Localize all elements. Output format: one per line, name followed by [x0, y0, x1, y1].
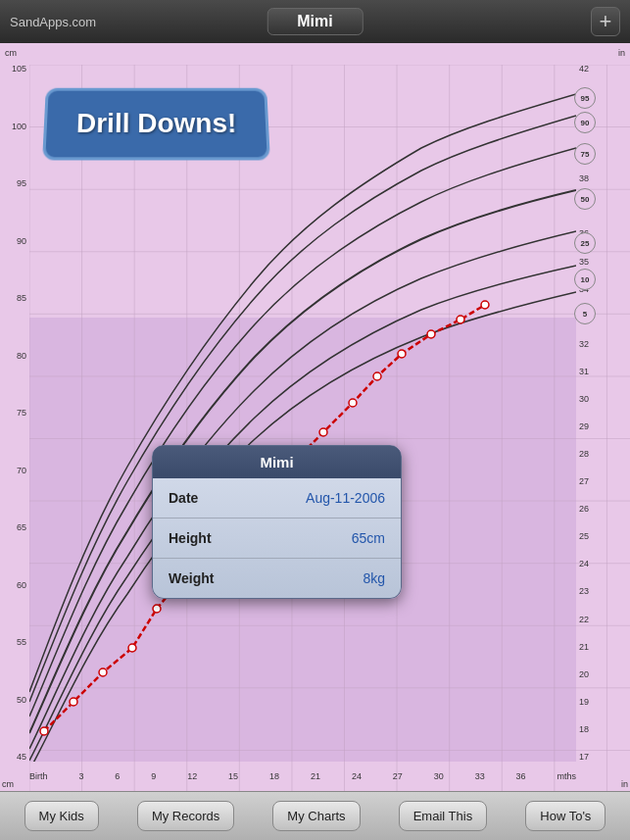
- x-label-24: 24: [352, 771, 362, 781]
- svg-point-27: [70, 698, 77, 706]
- y-label-in-24: 24: [579, 560, 589, 568]
- x-label-15: 15: [228, 771, 238, 781]
- svg-point-37: [349, 399, 357, 407]
- percentile-badge-10: 10: [574, 269, 596, 290]
- svg-point-38: [373, 372, 381, 380]
- unit-bottom-right: in: [619, 777, 630, 791]
- percentile-badge-95: 95: [574, 87, 596, 109]
- x-label-3: 3: [78, 771, 83, 781]
- unit-top-right: in: [618, 48, 625, 58]
- y-label-in-25: 25: [579, 532, 589, 541]
- x-label-30: 30: [434, 771, 444, 781]
- x-label-18: 18: [269, 771, 279, 781]
- y-label-65: 65: [17, 523, 26, 532]
- y-label-in-21: 21: [579, 643, 589, 652]
- y-label-90: 90: [17, 237, 26, 246]
- percentile-badge-5: 5: [574, 303, 596, 324]
- popup-row-date: Date Aug-11-2006: [153, 478, 401, 519]
- y-label-70: 70: [17, 467, 26, 475]
- svg-point-28: [99, 668, 107, 676]
- percentile-badge-90: 90: [574, 112, 596, 133]
- my-charts-button[interactable]: My Charts: [272, 801, 360, 831]
- x-label-27: 27: [393, 771, 403, 781]
- y-axis-right: 42 41 40 39 38 37 36 35 34 33 32 31 30 2…: [576, 65, 630, 762]
- popup-value-weight: 8kg: [363, 570, 385, 586]
- how-tos-button[interactable]: How To's: [525, 801, 606, 831]
- svg-point-40: [427, 330, 435, 338]
- y-label-in-32: 32: [579, 340, 589, 349]
- popup-label-weight: Weight: [169, 570, 214, 586]
- unit-bottom-left: cm: [0, 777, 16, 791]
- y-label-in-17: 17: [579, 753, 589, 762]
- svg-point-42: [481, 301, 489, 309]
- popup-value-height: 65cm: [352, 530, 385, 546]
- svg-point-41: [457, 316, 464, 323]
- x-label-21: 21: [311, 771, 320, 781]
- y-label-105: 105: [12, 65, 26, 74]
- percentile-badge-50: 50: [574, 188, 596, 210]
- popup-body: Date Aug-11-2006 Height 65cm Weight 8kg: [153, 478, 401, 598]
- header: SandApps.com Mimi +: [0, 0, 630, 43]
- popup-label-date: Date: [169, 490, 198, 506]
- y-label-60: 60: [17, 581, 26, 590]
- y-label-50: 50: [17, 696, 26, 705]
- y-label-in-29: 29: [579, 422, 589, 431]
- x-label-36: 36: [516, 771, 526, 781]
- svg-point-30: [153, 605, 161, 613]
- y-label-in-26: 26: [579, 505, 589, 514]
- x-label-mths: mths: [557, 771, 576, 781]
- y-label-in-30: 30: [579, 395, 589, 404]
- y-label-80: 80: [17, 352, 26, 361]
- x-label-33: 33: [475, 771, 485, 781]
- my-records-button[interactable]: My Records: [137, 801, 234, 831]
- svg-point-36: [319, 428, 327, 436]
- popup-value-date: Aug-11-2006: [306, 490, 385, 506]
- y-label-55: 55: [17, 638, 26, 647]
- header-logo: SandApps.com: [10, 15, 96, 29]
- unit-top-left: cm: [5, 48, 17, 58]
- y-label-in-38: 38: [579, 174, 589, 183]
- email-this-button[interactable]: Email This: [399, 801, 487, 831]
- x-axis: Birth 3 6 9 12 15 18 21 24 27 30 33 36 m…: [29, 762, 576, 791]
- y-label-in-22: 22: [579, 616, 589, 624]
- percentile-badge-25: 25: [574, 232, 596, 254]
- my-kids-button[interactable]: My Kids: [24, 801, 99, 831]
- y-label-in-20: 20: [579, 670, 589, 679]
- chart-area: cm in cm in: [0, 43, 630, 791]
- svg-point-26: [40, 727, 48, 735]
- x-label-birth: Birth: [29, 771, 48, 781]
- percentile-badge-75: 75: [574, 143, 596, 165]
- y-label-85: 85: [17, 294, 26, 303]
- y-label-in-23: 23: [579, 587, 589, 596]
- header-title: Mimi: [297, 13, 332, 29]
- popup-row-height: Height 65cm: [153, 519, 401, 559]
- y-label-in-18: 18: [579, 725, 589, 734]
- svg-point-39: [398, 350, 406, 358]
- y-label-in-19: 19: [579, 698, 589, 707]
- y-axis-left: 105 100 95 90 85 80 75 70 65 60 55 50 45: [0, 65, 29, 762]
- y-label-100: 100: [12, 123, 26, 131]
- y-label-in-27: 27: [579, 477, 589, 486]
- y-label-in-42: 42: [579, 65, 589, 74]
- popup-label-height: Height: [169, 530, 212, 546]
- x-label-6: 6: [115, 771, 120, 781]
- x-label-9: 9: [151, 771, 156, 781]
- chart-lines-svg: [29, 65, 576, 762]
- y-label-45: 45: [17, 753, 26, 762]
- popup-title: Mimi: [153, 446, 401, 478]
- add-button[interactable]: +: [591, 7, 620, 36]
- drill-downs-label[interactable]: Drill Downs!: [42, 88, 270, 161]
- y-label-95: 95: [17, 179, 26, 188]
- popup-row-weight: Weight 8kg: [153, 559, 401, 598]
- popup-card[interactable]: Mimi Date Aug-11-2006 Height 65cm Weight…: [152, 445, 402, 599]
- y-label-75: 75: [17, 409, 26, 418]
- header-title-bar: Mimi: [267, 8, 363, 35]
- y-label-in-35: 35: [579, 258, 589, 267]
- x-label-12: 12: [187, 771, 197, 781]
- toolbar: My Kids My Records My Charts Email This …: [0, 791, 630, 840]
- y-label-in-28: 28: [579, 450, 589, 459]
- y-label-in-31: 31: [579, 368, 589, 376]
- svg-point-29: [128, 644, 136, 652]
